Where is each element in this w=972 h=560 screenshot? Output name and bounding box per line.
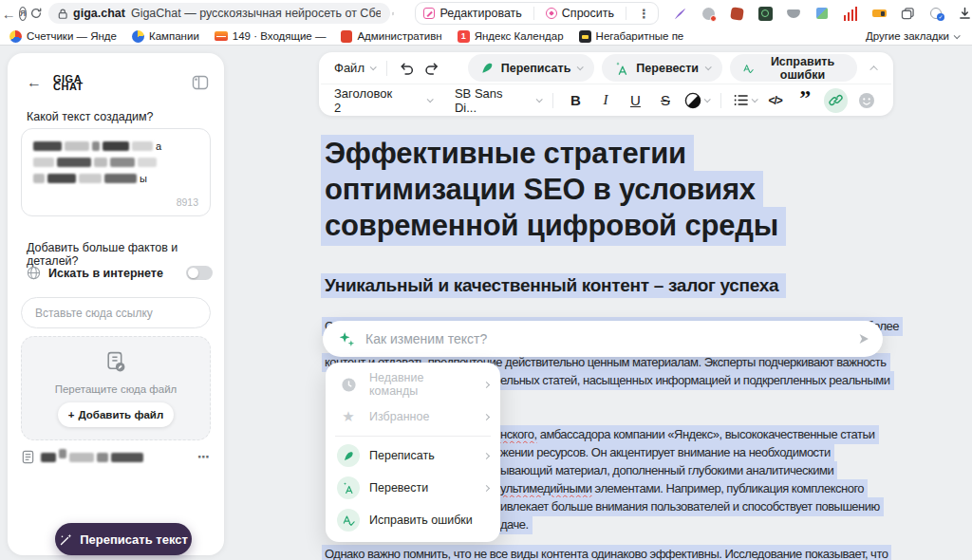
list-icon xyxy=(733,92,749,108)
toolbar-row-format: Заголовок 2 SB Sans Di... B I U S xyxy=(319,84,893,116)
tabs-extension-icon[interactable] xyxy=(900,6,915,21)
file-dropzone[interactable]: Перетащите сюда файл + Добавить файл xyxy=(21,336,211,440)
back-icon[interactable]: ← xyxy=(2,7,16,21)
menu-item-favorites[interactable]: ★ Избранное xyxy=(326,401,500,433)
file-menu-button[interactable]: Файл xyxy=(334,61,375,75)
address-bar-row: ← Я giga.chat GigaChat — русскоязычная н… xyxy=(0,0,972,27)
gigachat-logo: GIGA CHAT xyxy=(53,75,84,90)
sync-extension-icon[interactable]: ✓ xyxy=(928,6,944,21)
toolbar-row-main: Файл Переписать Перевест xyxy=(319,52,893,84)
plus-icon: + xyxy=(68,409,75,420)
code-button[interactable]: </> xyxy=(764,89,787,112)
menu-item-rewrite[interactable]: Переписать xyxy=(326,439,500,472)
chevron-down-icon xyxy=(954,32,961,39)
menu-item-translate[interactable]: Перевести xyxy=(326,472,500,504)
seal-extension-icon[interactable] xyxy=(729,6,744,21)
redo-button[interactable] xyxy=(423,57,440,80)
dropzone-label: Перетащите сюда файл xyxy=(22,383,210,395)
back-arrow-icon[interactable]: ← xyxy=(27,74,49,91)
web-search-toggle[interactable] xyxy=(186,266,213,280)
fix-errors-pill-button[interactable]: Исправить ошибки xyxy=(730,54,857,82)
document-h1-line: оптимизации SEO в условиях xyxy=(325,173,763,207)
attached-file-item[interactable]: ⋯ xyxy=(21,450,211,464)
refresh-icon[interactable] xyxy=(29,7,43,20)
menu-item-recent-commands[interactable]: Недавние команды xyxy=(326,368,500,401)
gray-shield-extension-icon[interactable] xyxy=(786,6,801,21)
send-arrow-icon xyxy=(856,331,871,346)
underline-button[interactable]: U xyxy=(625,89,647,112)
globe-icon xyxy=(27,266,41,280)
char-count: 8913 xyxy=(177,196,198,208)
direct-favicon xyxy=(132,30,144,43)
clock-icon xyxy=(337,373,360,396)
undo-button[interactable] xyxy=(399,57,416,80)
file-menu-icon[interactable]: ⋯ xyxy=(197,450,211,464)
purple-pen-extension-icon[interactable] xyxy=(672,6,687,21)
chevron-down-icon xyxy=(577,64,584,70)
bookmark-item[interactable]: Кампании xyxy=(132,30,199,43)
blockquote-button[interactable]: ” xyxy=(794,89,816,112)
bold-button[interactable]: B xyxy=(565,89,588,112)
link-input[interactable] xyxy=(21,297,211,328)
bookmark-item[interactable]: 149 · Входящие — xyxy=(215,30,327,42)
bookmark-flag-icon[interactable] xyxy=(392,7,395,21)
sidebar: ← GIGA CHAT Какой текст создадим? а xyxy=(8,53,224,555)
mail-favicon xyxy=(215,31,228,41)
file-icon xyxy=(21,450,35,464)
paragraph-style-select[interactable]: Заголовок 2 xyxy=(334,86,432,115)
emoji-button[interactable] xyxy=(855,89,878,112)
download-icon[interactable] xyxy=(957,6,972,21)
magic-wand-icon xyxy=(59,532,73,547)
italic-button[interactable]: I xyxy=(594,89,617,112)
chevron-down-icon xyxy=(427,96,434,103)
prompt-textarea[interactable]: а ы 8913 xyxy=(21,128,211,216)
edit-page-button[interactable]: Редактировать xyxy=(423,7,521,20)
pen-icon xyxy=(337,444,360,467)
panel-toggle-icon[interactable] xyxy=(192,74,209,91)
rewrite-text-cta[interactable]: Переписать текст xyxy=(55,523,192,555)
admin-favicon xyxy=(341,30,352,43)
text-color-button[interactable] xyxy=(684,92,709,109)
rewrite-pill-button[interactable]: Переписать xyxy=(468,54,595,82)
bookmark-item[interactable]: Счетчики — Янде xyxy=(9,30,117,43)
yandex-browser-icon[interactable]: Я xyxy=(19,7,27,21)
ask-ai-button[interactable]: Спросить xyxy=(546,7,614,20)
smiley-icon xyxy=(858,92,875,109)
send-button[interactable] xyxy=(849,324,879,354)
calendar-favicon: 1 xyxy=(458,30,470,43)
add-file-button[interactable]: + Добавить файл xyxy=(58,402,174,427)
browser-actions: Редактировать Спросить ⋮ xyxy=(415,2,659,25)
strikethrough-button[interactable]: S xyxy=(654,89,677,112)
metrica-favicon xyxy=(9,30,22,43)
chevron-down-icon xyxy=(370,64,377,70)
document-h2: Уникальный и качественный контент – зало… xyxy=(325,275,786,296)
collapse-toolbar-icon[interactable] xyxy=(869,65,877,73)
color-circle-icon xyxy=(684,92,701,109)
editor-toolbar: Файл Переписать Перевест xyxy=(319,52,893,116)
screen: ← Я giga.chat GigaChat — русскоязычная н… xyxy=(0,0,972,560)
bookmark-item[interactable]: 1 Яндекс Календар xyxy=(458,30,564,43)
list-button[interactable] xyxy=(733,92,757,108)
prompt-section-label: Какой текст создадим? xyxy=(27,110,154,123)
menu-item-fix-errors[interactable]: Исправить ошибки xyxy=(326,504,500,536)
url-text: giga.chat xyxy=(73,7,125,20)
font-select[interactable]: SB Sans Di... xyxy=(455,86,541,115)
translate-pill-button[interactable]: Перевести xyxy=(602,54,722,82)
redacted-file-name xyxy=(41,453,143,462)
other-bookmarks-button[interactable]: Другие закладки xyxy=(866,30,959,42)
dark-green-extension-icon[interactable] xyxy=(757,6,773,21)
page-title: GigaChat — русскоязычная нейросеть от Сб… xyxy=(131,7,381,20)
link-button[interactable] xyxy=(824,88,849,113)
battery-extension-icon[interactable] xyxy=(871,6,887,21)
bookmark-item[interactable]: Административн xyxy=(341,30,441,43)
cube-extension-icon[interactable] xyxy=(814,6,830,21)
document-attach-icon xyxy=(103,350,129,376)
address-bar[interactable]: giga.chat GigaChat — русскоязычная нейро… xyxy=(48,3,390,24)
facts-section-label: Добавить больше фактов и деталей? xyxy=(27,241,224,268)
red-bars-extension-icon[interactable] xyxy=(843,6,858,21)
bookmark-item[interactable]: Негабаритные пе xyxy=(579,30,684,43)
more-actions-icon[interactable]: ⋮ xyxy=(638,7,650,21)
ai-prompt-input[interactable] xyxy=(365,331,849,346)
browser-chrome: ← Я giga.chat GigaChat — русскоязычная н… xyxy=(0,0,972,46)
shield-extension-icon[interactable] xyxy=(701,6,716,21)
